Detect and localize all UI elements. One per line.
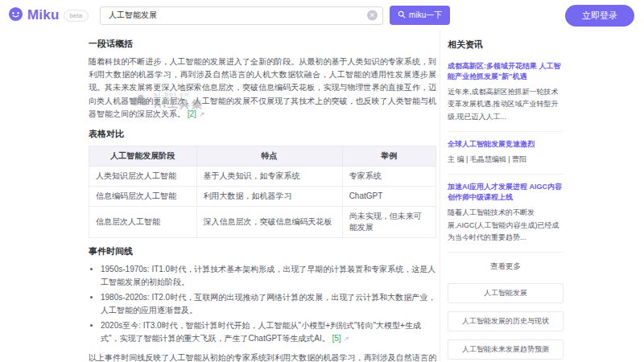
answer-panel: 一段话概括 随着科技的不断进步，人工智能的发展进入了全新的阶段。从最初的基于人类… [89, 31, 436, 362]
search-icon [398, 10, 406, 20]
news-item: 成都高新区:多领域开花结果 人工智能产业抢抓发展"新"机遇 近年来,成都高新区抢… [448, 54, 564, 132]
news-snippet: 主 编 | 毛晶慧编辑 | 曹阳 [448, 154, 564, 166]
related-search-button[interactable]: 人工智能未来发展趋势预测 [448, 339, 564, 360]
search-button-label: miku一下 [409, 10, 442, 21]
news-snippet: 近年来,成都高新区抢抓新一轮技术变革发展机遇,推动区域产业转型升级,现已迈入人工… [448, 86, 564, 123]
table-row: 人类知识层次人工智能 基于人类知识，如专家系统 专家系统 [89, 166, 436, 186]
table-cell: 利用大数据，如机器学习 [196, 186, 342, 206]
news-item: 全球人工智能发展竞速激烈 主 编 | 毛晶慧编辑 | 曹阳 [448, 132, 564, 175]
table-row: 信息层次人工智能 深入信息层次，突破信息编码天花板 尚未实现，但未来可能发展 [89, 206, 436, 237]
login-button[interactable]: 立即登录 [565, 5, 634, 27]
table-cell: 信息层次人工智能 [89, 206, 197, 237]
timeline-list: 1950s-1970s: IT1.0时代，计算技术基本架构形成，出现了早期的计算… [89, 263, 436, 345]
conclusion-paragraph: 以上事件时间线反映了人工智能从初始的专家系统到利用大数据的机器学习，再到涉及自然… [89, 352, 436, 362]
table-header-row: 人工智能发展阶段 特点 举例 [89, 146, 436, 166]
news-title-link[interactable]: 全球人工智能发展竞速激烈 [448, 139, 564, 150]
table-cell: 专家系统 [342, 166, 436, 186]
search-bar: ✕ [100, 6, 383, 25]
table-section-title: 表格对比 [89, 128, 436, 140]
external-link-icon[interactable]: ↗ [199, 110, 205, 118]
table-cell: 尚未实现，但未来可能发展 [342, 206, 436, 237]
related-news-panel: 相关资讯 成都高新区:多领域开花结果 人工智能产业抢抓发展"新"机遇 近年来,成… [448, 31, 564, 362]
timeline-section-title: 事件时间线 [89, 245, 436, 257]
comparison-table: 人工智能发展阶段 特点 举例 人类知识层次人工智能 基于人类知识，如专家系统 专… [89, 146, 436, 238]
clear-search-icon[interactable]: ✕ [367, 10, 378, 21]
sidebar-title: 相关资讯 [448, 39, 564, 51]
news-title-link[interactable]: 加速AI应用人才发展进程 AIGC内容创作师中级课程上线 [448, 182, 564, 203]
table-header-cell: 举例 [342, 146, 436, 166]
table-row: 信息编码层次人工智能 利用大数据，如机器学习 ChatGPT [89, 186, 436, 206]
table-cell: ChatGPT [342, 186, 436, 206]
external-link-icon[interactable]: ↗ [344, 335, 350, 343]
table-header-cell: 特点 [196, 146, 342, 166]
header: Miku beta ✕ miku一下 立即登录 [0, 0, 644, 31]
news-snippet: 随着人工智能技术的不断发展,AIGC(人工智能内容生成)已经成为当今时代的重要趋… [448, 207, 564, 244]
timeline-item: 2020s至今: IT3.0时代，智能计算时代开始，人工智能从"小模型+判别式"… [101, 319, 436, 345]
search-input[interactable] [100, 6, 383, 25]
news-title-link[interactable]: 成都高新区:多领域开花结果 人工智能产业抢抓发展"新"机遇 [448, 61, 564, 82]
summary-section-title: 一段话概括 [89, 38, 436, 50]
table-cell: 人类知识层次人工智能 [89, 166, 197, 186]
miku-face-icon [8, 6, 23, 25]
news-item: 加速AI应用人才发展进程 AIGC内容创作师中级课程上线 随着人工智能技术的不断… [448, 175, 564, 253]
vertical-divider [440, 31, 440, 362]
citation-link[interactable]: [5] [332, 334, 341, 343]
beta-badge: beta [64, 10, 89, 22]
related-search-button[interactable]: 人工智能发展的历史与现状 [448, 311, 564, 331]
table-cell: 基于人类知识，如专家系统 [196, 166, 342, 186]
summary-paragraph: 随着科技的不断进步，人工智能的发展进入了全新的阶段。从最初的基于人类知识的专家系… [89, 56, 436, 121]
citation-link[interactable]: [2] [188, 109, 196, 118]
timeline-item: 1950s-1970s: IT1.0时代，计算技术基本架构形成，出现了早期的计算… [101, 263, 436, 289]
timeline-item: 1980s-2020s: IT2.0时代，互联网的出现推动了网络计算的发展，出现… [101, 291, 436, 317]
related-search-button[interactable]: 人工智能发展 [448, 283, 564, 303]
table-cell: 信息编码层次人工智能 [89, 186, 197, 206]
table-header-cell: 人工智能发展阶段 [89, 146, 197, 166]
table-cell: 深入信息层次，突破信息编码天花板 [196, 206, 342, 237]
brand-name: Miku [27, 7, 60, 23]
view-more-link[interactable]: 查看更多 [448, 253, 564, 283]
search-button[interactable]: miku一下 [390, 6, 450, 25]
brand-logo[interactable]: Miku beta [8, 6, 89, 25]
